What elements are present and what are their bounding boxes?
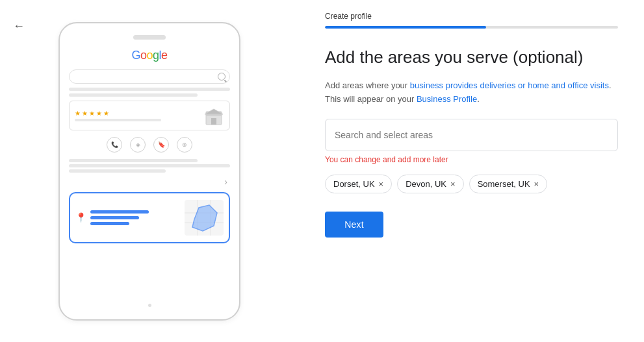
dot — [148, 304, 151, 307]
right-panel: Create profile Add the areas you serve (… — [299, 0, 644, 342]
area-tag-remove-1[interactable]: × — [450, 180, 456, 188]
ph-line — [69, 164, 230, 167]
direction-icon: ◈ — [130, 137, 146, 153]
star-icon: ★ — [89, 110, 95, 117]
location-lines — [90, 210, 149, 225]
area-tag-label: Dorset, UK — [333, 179, 375, 189]
google-logo: Google — [69, 49, 230, 62]
call-icon: 📞 — [107, 137, 122, 153]
description: Add areas where your business provides d… — [325, 79, 617, 106]
description-text-end: . — [477, 94, 480, 104]
more-icon: ⊕ — [177, 137, 192, 153]
phone-search-bar — [69, 69, 230, 84]
star-icon: ★ — [82, 110, 88, 117]
area-tags-container: Dorset, UK × Devon, UK × Somerset, UK × — [325, 175, 618, 193]
phone-icon-row: 📞 ◈ 🔖 ⊕ — [69, 134, 230, 155]
phone-bottom-indicator — [130, 301, 169, 310]
ph-line — [69, 169, 166, 173]
page-title: Add the areas you serve (optional) — [325, 47, 618, 69]
progress-bar-fill — [325, 26, 486, 29]
progress-area: Create profile — [325, 0, 618, 29]
description-text-before: Add areas where your — [325, 80, 410, 90]
progress-bar-track — [325, 26, 618, 29]
phone-bottom-card: 📍 — [69, 192, 230, 243]
left-panel: ← Google ★ ★ ★ — [0, 0, 299, 342]
loc-line — [90, 210, 149, 214]
next-button[interactable]: Next — [325, 212, 383, 238]
map-shape — [185, 200, 224, 236]
area-tag: Devon, UK × — [397, 175, 463, 193]
search-areas-input[interactable] — [325, 119, 618, 151]
area-tag-remove-0[interactable]: × — [379, 180, 384, 188]
ph-line — [69, 88, 230, 91]
location-left: 📍 — [75, 210, 149, 225]
pin-icon: 📍 — [75, 212, 86, 223]
phone-search-icon — [218, 73, 225, 80]
phone-speaker — [133, 35, 166, 40]
store-icon — [203, 105, 224, 126]
phone-illustration: Google ★ ★ ★ ★ ★ — [58, 22, 240, 321]
loc-line — [90, 222, 129, 225]
area-tag-label: Devon, UK — [406, 179, 446, 189]
star-icon: ★ — [75, 110, 81, 117]
back-arrow-icon[interactable]: ← — [13, 19, 25, 33]
chevron-row: › — [69, 177, 230, 187]
area-tag-remove-2[interactable]: × — [534, 180, 539, 188]
hint-text: You can change and add more later — [325, 155, 618, 164]
svg-rect-3 — [211, 118, 216, 125]
phone-result-card: ★ ★ ★ ★ ★ — [69, 101, 230, 130]
phone-mini-lines — [69, 159, 230, 173]
phone-screen: Google ★ ★ ★ ★ ★ — [69, 47, 230, 299]
area-tag: Somerset, UK × — [469, 175, 548, 193]
ph-line — [69, 93, 198, 97]
phone-text-lines — [69, 88, 230, 97]
save-icon: 🔖 — [153, 137, 169, 153]
area-tag-label: Somerset, UK — [478, 179, 530, 189]
description-link1[interactable]: business provides deliveries or home and… — [410, 80, 609, 90]
loc-line — [90, 216, 139, 219]
star-icon: ★ — [96, 110, 102, 117]
area-tag: Dorset, UK × — [325, 175, 392, 193]
description-link2[interactable]: Business Profile — [417, 94, 477, 104]
progress-label: Create profile — [325, 12, 618, 21]
stars-row: ★ ★ ★ ★ ★ — [75, 110, 198, 117]
ph-line — [69, 159, 198, 162]
star-icon: ★ — [103, 110, 109, 117]
